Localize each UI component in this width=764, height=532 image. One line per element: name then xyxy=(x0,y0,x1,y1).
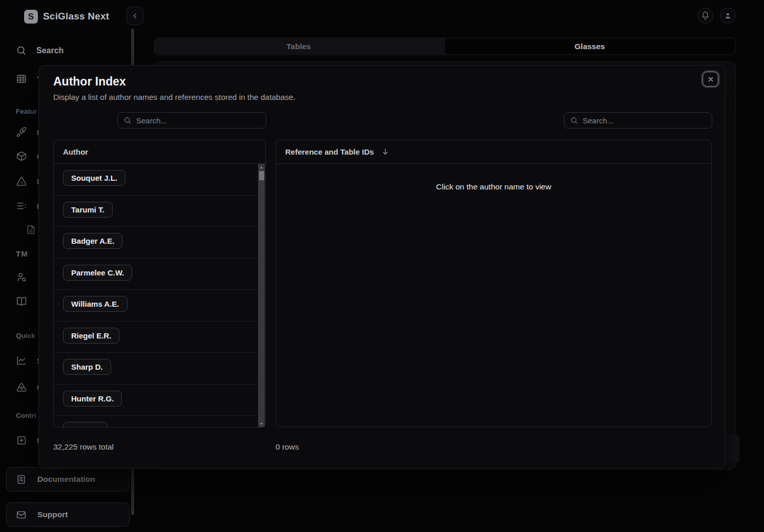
author-search xyxy=(117,112,266,129)
total-rows-label: 32,225 rows total xyxy=(53,442,114,452)
chart-icon xyxy=(16,355,27,366)
author-pill[interactable]: Parmelee C.W. xyxy=(63,265,132,281)
scroll-down-icon[interactable]: ▼ xyxy=(258,422,265,425)
author-row: Hunter R.G. xyxy=(54,385,265,416)
table-icon xyxy=(16,73,27,84)
sidebar-search-label: Search xyxy=(36,46,63,55)
sidebar-section-features: Featur xyxy=(16,108,37,115)
arrow-down-icon xyxy=(381,147,390,156)
author-pill[interactable]: Hall F.P. xyxy=(63,422,108,427)
author-pill[interactable]: Riegel E.R. xyxy=(63,328,119,344)
author-row: Sharp D. xyxy=(54,353,265,385)
author-row: Williams A.E. xyxy=(54,290,265,322)
bell-icon xyxy=(701,11,710,20)
author-row: Souquet J.L. xyxy=(54,164,265,196)
author-pill[interactable]: Souquet J.L. xyxy=(63,170,125,186)
file-icon xyxy=(26,224,36,235)
reference-search-input[interactable] xyxy=(583,116,712,125)
sidebar-item-search[interactable]: Search xyxy=(16,45,63,56)
author-panel: Author Souquet J.L. Tarumi T. Badger A.E… xyxy=(53,140,266,428)
scrollbar-thumb[interactable] xyxy=(259,171,264,180)
selected-rows-label: 0 rows xyxy=(275,442,299,452)
user-icon xyxy=(724,11,732,20)
user-avatar-button[interactable] xyxy=(720,8,736,24)
author-list-scrollbar[interactable]: ▲ ▼ xyxy=(258,164,265,427)
modal-subtitle: Display a list of author names and refer… xyxy=(53,93,295,102)
sidebar-item-user-search[interactable] xyxy=(16,271,37,283)
author-search-input[interactable] xyxy=(136,116,266,125)
top-bar: S SciGlass Next xyxy=(0,0,764,32)
author-row: Hall F.P. xyxy=(54,416,265,427)
documentation-label: Documentation xyxy=(37,475,95,484)
author-pill[interactable]: Badger A.E. xyxy=(63,233,122,249)
cube-icon xyxy=(16,151,27,162)
sidebar-item-trademark[interactable]: TM xyxy=(16,247,28,260)
notifications-button[interactable] xyxy=(697,8,713,24)
author-pill[interactable]: Williams A.E. xyxy=(63,296,128,312)
author-pill[interactable]: Hunter R.G. xyxy=(63,391,122,407)
tab-glasses[interactable]: Glasses xyxy=(445,38,735,54)
reference-search xyxy=(564,112,712,129)
author-row: Badger A.E. xyxy=(54,227,265,259)
sidebar-item-prism[interactable]: F xyxy=(16,175,41,187)
sidebar-item-rocket[interactable]: F xyxy=(16,126,41,138)
support-label: Support xyxy=(37,510,68,519)
sidebar-item-list[interactable]: I xyxy=(16,200,39,212)
sidebar-item-tables[interactable]: T xyxy=(16,73,41,85)
user-search-icon xyxy=(16,271,27,283)
mail-icon xyxy=(16,509,27,520)
sidebar-section-quick: Quick xyxy=(16,332,35,339)
reference-empty-message: Click on the author name to view xyxy=(276,182,711,191)
search-icon xyxy=(123,116,132,124)
author-row: Parmelee C.W. xyxy=(54,259,265,290)
author-pill[interactable]: Sharp D. xyxy=(63,359,111,375)
prism-icon xyxy=(16,176,27,187)
author-pill[interactable]: Tarumi T. xyxy=(63,202,113,218)
reference-column-header: Reference and Table IDs xyxy=(285,147,374,156)
app-title: SciGlass Next xyxy=(43,11,109,22)
plus-square-icon xyxy=(16,435,27,446)
author-list: Souquet J.L. Tarumi T. Badger A.E. Parme… xyxy=(54,164,265,427)
app-logo-letter: S xyxy=(28,12,34,22)
author-row: Riegel E.R. xyxy=(54,322,265,353)
close-modal-button[interactable] xyxy=(703,72,718,87)
close-icon xyxy=(707,76,714,83)
app-logo: S xyxy=(24,10,38,24)
author-index-modal: Author Index Display a list of author na… xyxy=(38,65,726,469)
notebook-icon xyxy=(16,474,27,485)
documentation-button[interactable]: Documentation xyxy=(6,467,130,492)
sidebar-collapse-button[interactable] xyxy=(126,7,143,25)
signal-triangle-icon xyxy=(16,381,27,393)
view-switcher: Tables Glasses xyxy=(154,37,736,55)
background-element xyxy=(726,434,739,463)
support-button[interactable]: Support xyxy=(6,502,130,527)
tm-icon: TM xyxy=(16,249,28,258)
book-open-icon xyxy=(16,295,27,307)
search-icon xyxy=(570,116,578,124)
rocket-icon xyxy=(16,126,27,138)
reference-panel: Reference and Table IDs Click on the aut… xyxy=(275,140,712,427)
sidebar-section-contrib: Contri xyxy=(16,412,36,419)
author-row: Tarumi T. xyxy=(54,196,265,227)
author-column-header: Author xyxy=(54,140,265,164)
list-icon xyxy=(16,200,27,211)
search-icon xyxy=(16,45,27,56)
modal-title: Author Index xyxy=(53,75,126,89)
chevron-left-icon xyxy=(131,12,139,20)
tab-tables[interactable]: Tables xyxy=(154,37,444,55)
sidebar-item-book[interactable] xyxy=(16,295,37,307)
scroll-up-icon[interactable]: ▲ xyxy=(258,165,265,169)
